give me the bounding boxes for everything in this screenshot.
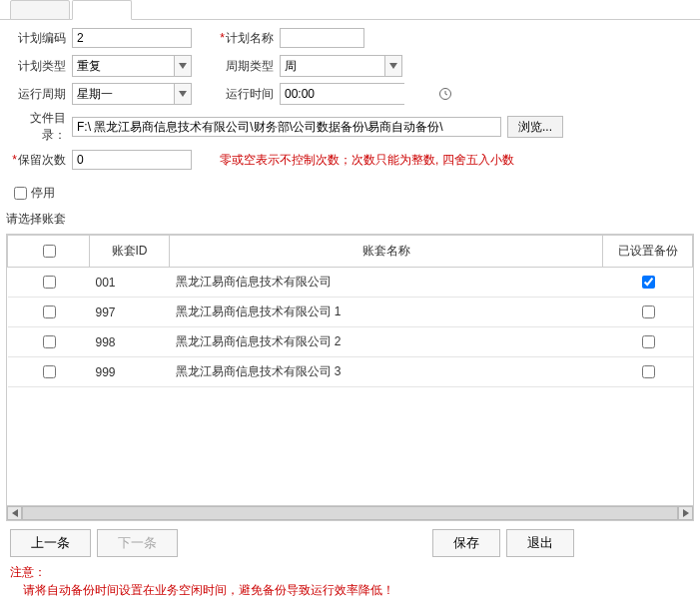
run-cycle-combo[interactable] (72, 83, 192, 105)
next-button[interactable]: 下一条 (97, 529, 178, 557)
tab-2[interactable] (72, 0, 132, 20)
prev-button[interactable]: 上一条 (10, 529, 91, 557)
cycle-type-input[interactable] (280, 55, 384, 77)
cycle-type-label: 周期类型 (220, 58, 280, 75)
chevron-down-icon[interactable] (384, 55, 402, 77)
table-row[interactable]: 997黑龙江易商信息技术有限公司 1 (8, 298, 693, 327)
row-select-checkbox[interactable] (43, 365, 56, 378)
row-set-checkbox[interactable] (642, 305, 655, 318)
chevron-down-icon[interactable] (174, 55, 192, 77)
clock-icon[interactable] (438, 87, 452, 101)
horizontal-scrollbar[interactable] (7, 505, 693, 520)
cell-name: 黑龙江易商信息技术有限公司 (170, 268, 603, 298)
note-body: 请将自动备份时间设置在业务空闲时间，避免备份导致运行效率降低！ (23, 583, 394, 597)
keep-count-hint: 零或空表示不控制次数；次数只能为整数, 四舍五入小数 (220, 152, 514, 169)
cell-name: 黑龙江易商信息技术有限公司 3 (170, 357, 603, 387)
plan-type-label: 计划类型 (10, 58, 72, 75)
row-select-checkbox[interactable] (43, 335, 56, 348)
chevron-down-icon[interactable] (174, 83, 192, 105)
exit-button[interactable]: 退出 (506, 529, 574, 557)
file-dir-input[interactable] (72, 117, 501, 137)
col-header-set: 已设置备份 (603, 236, 693, 268)
disable-label: 停用 (31, 185, 55, 202)
row-set-checkbox[interactable] (642, 365, 655, 378)
file-dir-label: 文件目录： (10, 110, 72, 144)
disable-checkbox[interactable] (14, 187, 27, 200)
tab-1[interactable] (10, 0, 70, 20)
scroll-right-icon[interactable] (678, 506, 693, 520)
cell-name: 黑龙江易商信息技术有限公司 1 (170, 298, 603, 327)
table-header-row: 账套ID 账套名称 已设置备份 (8, 236, 693, 268)
scroll-left-icon[interactable] (7, 506, 22, 520)
account-table: 账套ID 账套名称 已设置备份 001黑龙江易商信息技术有限公司997黑龙江易商… (6, 234, 694, 521)
cell-id: 999 (90, 357, 170, 387)
run-cycle-input[interactable] (72, 83, 174, 105)
plan-name-input[interactable] (280, 28, 364, 48)
run-time-field[interactable] (280, 83, 404, 105)
run-time-label: 运行时间 (220, 86, 280, 103)
cell-id: 001 (90, 268, 170, 298)
keep-count-label: *保留次数 (10, 152, 72, 169)
row-set-checkbox[interactable] (642, 276, 655, 289)
run-cycle-label: 运行周期 (10, 86, 72, 103)
table-row[interactable]: 001黑龙江易商信息技术有限公司 (8, 268, 693, 298)
cell-id: 997 (90, 298, 170, 327)
browse-button[interactable]: 浏览... (507, 116, 563, 138)
cell-id: 998 (90, 327, 170, 357)
row-set-checkbox[interactable] (642, 335, 655, 348)
plan-code-input[interactable] (72, 28, 192, 48)
table-row[interactable]: 998黑龙江易商信息技术有限公司 2 (8, 327, 693, 357)
plan-type-input[interactable] (72, 55, 174, 77)
plan-type-combo[interactable] (72, 55, 192, 77)
col-header-id: 账套ID (90, 236, 170, 268)
keep-count-input[interactable] (72, 150, 192, 170)
row-select-checkbox[interactable] (43, 305, 56, 318)
cell-name: 黑龙江易商信息技术有限公司 2 (170, 327, 603, 357)
row-select-checkbox[interactable] (43, 276, 56, 289)
save-button[interactable]: 保存 (432, 529, 500, 557)
plan-name-label: *计划名称 (220, 30, 280, 47)
select-all-checkbox[interactable] (43, 245, 56, 258)
table-row[interactable]: 999黑龙江易商信息技术有限公司 3 (8, 357, 693, 387)
col-header-name: 账套名称 (170, 236, 603, 268)
run-time-input[interactable] (281, 84, 438, 104)
scroll-thumb[interactable] (22, 506, 678, 520)
note-block: 注意： 请将自动备份时间设置在业务空闲时间，避免备份导致运行效率降低！ (0, 563, 700, 607)
select-account-label: 请选择账套 (0, 207, 700, 234)
note-title: 注意： (10, 565, 46, 579)
cycle-type-combo[interactable] (280, 55, 402, 77)
plan-code-label: 计划编码 (10, 30, 72, 47)
